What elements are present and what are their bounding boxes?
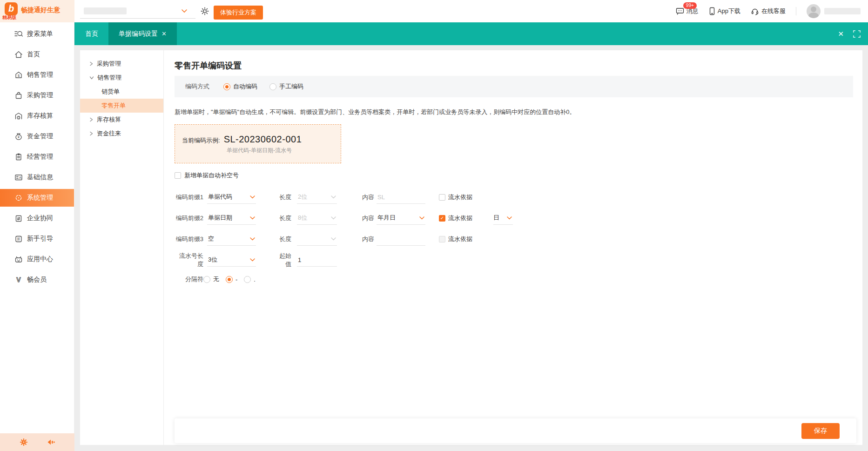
tree-item-inventory[interactable]: 库存核算 bbox=[80, 113, 163, 127]
prefix2-type-select[interactable]: 单据日期 bbox=[207, 212, 256, 225]
industry-solution-button[interactable]: 体验行业方案 bbox=[214, 6, 263, 20]
sidebar-item-search-menu[interactable]: 搜索菜单 bbox=[0, 25, 74, 43]
close-all-tabs-icon[interactable]: ✕ bbox=[838, 30, 844, 38]
code-prefix-form: 编码前缀1 单据代码 长度 2位 内容 bbox=[175, 190, 853, 283]
prefix2-serial-checkbox[interactable]: ✓ 流水依据 bbox=[439, 214, 472, 222]
separator-option-none[interactable]: 无 bbox=[203, 275, 219, 283]
settings-gear-icon[interactable] bbox=[200, 7, 209, 16]
tree-item-label: 销售管理 bbox=[97, 74, 121, 82]
chevron-right-icon bbox=[89, 61, 94, 66]
sidebar-item-label: 企业协同 bbox=[27, 214, 53, 222]
footer-action-bar: 保存 bbox=[175, 418, 856, 443]
brand-edition-label: 精易版 bbox=[2, 14, 16, 21]
prefix3-serial-checkbox[interactable]: 流水依据 bbox=[439, 235, 472, 243]
tab-home[interactable]: 首页 bbox=[74, 22, 108, 45]
main-sidebar: 搜索菜单 首页 $ 销售管理 bbox=[0, 22, 74, 451]
radio-unselected-icon bbox=[203, 276, 210, 283]
chevron-down-icon bbox=[507, 216, 512, 220]
prefix3-type-select[interactable]: 空 bbox=[207, 233, 256, 246]
example-code: SL-20230602-001 bbox=[224, 134, 302, 145]
app-download-button[interactable]: App下载 bbox=[709, 7, 740, 15]
radio-manual-coding[interactable]: 手工编码 bbox=[269, 82, 303, 91]
sidebar-item-member[interactable]: V 畅会员 bbox=[0, 271, 74, 289]
sidebar-item-system[interactable]: 系统管理 bbox=[0, 189, 74, 207]
page-title: 零售开单编码设置 bbox=[175, 60, 853, 71]
chevron-down-icon bbox=[250, 195, 255, 199]
chevron-down-icon bbox=[250, 216, 255, 220]
tree-item-purchase[interactable]: 采购管理 bbox=[80, 57, 163, 71]
chevron-down-icon bbox=[331, 216, 336, 220]
top-header: b 畅捷通好生意 精易版 体验行业方案 bbox=[0, 0, 868, 22]
svg-text:新: 新 bbox=[17, 237, 20, 241]
shopping-bag-icon bbox=[14, 91, 23, 100]
chevron-down-icon bbox=[331, 195, 336, 199]
sidebar-item-app-center[interactable]: 应用中心 bbox=[0, 250, 74, 268]
vip-member-icon: V bbox=[14, 276, 23, 284]
fullscreen-icon[interactable] bbox=[853, 30, 861, 38]
online-support-label: 在线客服 bbox=[761, 7, 786, 15]
radio-selected-icon bbox=[223, 83, 230, 90]
prefix2-length-select[interactable]: 8位 bbox=[297, 212, 337, 225]
sidebar-item-basic-info[interactable]: A 基础信息 bbox=[0, 168, 74, 186]
separator-row: 分隔符 无 - . bbox=[175, 275, 853, 283]
svg-text:A: A bbox=[19, 176, 21, 179]
prefix1-type-select[interactable]: 单据代码 bbox=[207, 191, 256, 204]
redacted-user-name bbox=[824, 8, 861, 14]
avatar bbox=[807, 4, 821, 18]
radio-unselected-icon bbox=[269, 83, 276, 90]
separator-option-dash[interactable]: - bbox=[226, 276, 237, 283]
autofill-gap-checkbox[interactable]: 新增单据自动补空号 bbox=[175, 171, 853, 180]
save-button[interactable]: 保存 bbox=[801, 423, 840, 439]
length-label: 长度 bbox=[275, 193, 291, 202]
radio-label: 自动编码 bbox=[233, 82, 257, 91]
app-root: b 畅捷通好生意 精易版 体验行业方案 bbox=[0, 0, 868, 451]
sidebar-item-inventory[interactable]: 库存核算 bbox=[0, 107, 74, 125]
svg-text:¥: ¥ bbox=[18, 135, 20, 139]
tab-close-icon[interactable]: ✕ bbox=[161, 30, 167, 37]
prefix2-content-select[interactable]: 年月日 bbox=[377, 212, 425, 225]
sidebar-item-sales[interactable]: $ 销售管理 bbox=[0, 66, 74, 84]
prefix2-label: 编码前缀2 bbox=[175, 214, 203, 222]
collapse-sidebar-icon[interactable] bbox=[46, 438, 55, 446]
sidebar-item-operations[interactable]: 经营管理 bbox=[0, 148, 74, 166]
user-account-button[interactable] bbox=[807, 4, 861, 18]
select-value: 日 bbox=[493, 214, 499, 222]
chevron-right-icon bbox=[89, 117, 94, 122]
coding-mode-bar: 编码方式 自动编码 手工编码 bbox=[175, 76, 853, 97]
prefix1-content-input[interactable] bbox=[377, 191, 425, 204]
serial-basis-label: 流水依据 bbox=[448, 235, 472, 243]
message-icon bbox=[676, 7, 684, 15]
sidebar-item-purchase[interactable]: 采购管理 bbox=[0, 87, 74, 104]
tree-item-retail-billing[interactable]: 零售开单 bbox=[80, 99, 163, 113]
coding-mode-label: 编码方式 bbox=[185, 82, 209, 91]
checkbox-disabled-icon bbox=[439, 236, 445, 242]
prefix1-serial-checkbox[interactable]: 流水依据 bbox=[439, 193, 472, 202]
select-value: 年月日 bbox=[377, 214, 396, 222]
tree-item-sales-order[interactable]: 销货单 bbox=[80, 85, 163, 99]
messages-button[interactable]: 消息 99+ bbox=[676, 7, 699, 15]
tree-item-funds-flow[interactable]: 资金往来 bbox=[80, 127, 163, 141]
prefix3-length-select[interactable] bbox=[297, 233, 337, 246]
serial-reset-period-select[interactable]: 日 bbox=[493, 212, 513, 225]
content-label: 内容 bbox=[360, 193, 374, 202]
select-value: 2位 bbox=[298, 193, 307, 201]
tree-item-sales[interactable]: 销售管理 bbox=[80, 71, 163, 85]
sidebar-settings-gear-icon[interactable] bbox=[20, 438, 28, 446]
prefix3-content-input[interactable] bbox=[377, 233, 425, 246]
serial-length-select[interactable]: 3位 bbox=[207, 254, 256, 267]
select-value: 单据日期 bbox=[208, 214, 232, 222]
online-support-button[interactable]: 在线客服 bbox=[751, 7, 786, 15]
start-value-input[interactable] bbox=[297, 254, 337, 267]
prefix1-length-select[interactable]: 2位 bbox=[297, 191, 337, 204]
money-bag-icon: ¥ bbox=[14, 132, 23, 141]
sidebar-item-label: 新手引导 bbox=[27, 235, 53, 243]
sidebar-item-funds[interactable]: ¥ 资金管理 bbox=[0, 128, 74, 145]
settings-main-panel: 零售开单编码设置 编码方式 自动编码 手工编码 新增单据时，"单据编码"自动生成… bbox=[164, 50, 862, 445]
organization-dropdown[interactable] bbox=[80, 4, 195, 19]
radio-auto-coding[interactable]: 自动编码 bbox=[223, 82, 257, 91]
sidebar-item-home[interactable]: 首页 bbox=[0, 46, 74, 63]
sidebar-item-enterprise[interactable]: 企业协同 bbox=[0, 209, 74, 227]
tab-document-code-settings[interactable]: 单据编码设置 ✕ bbox=[108, 22, 177, 45]
sidebar-item-newbie-guide[interactable]: 新 新手引导 bbox=[0, 230, 74, 248]
separator-option-dot[interactable]: . bbox=[244, 276, 256, 283]
